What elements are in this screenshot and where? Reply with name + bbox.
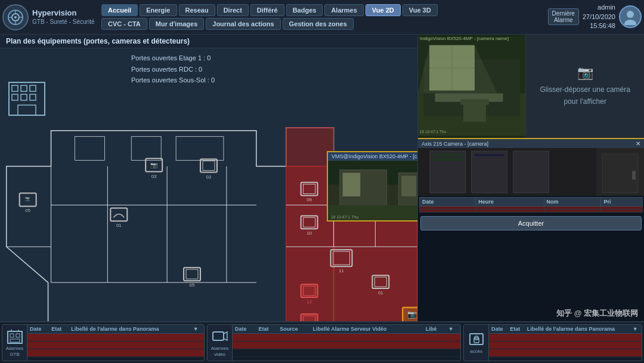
- gtb-row-2[interactable]: [27, 342, 204, 349]
- video-cell-1-source: [277, 334, 310, 342]
- video-cell-2-libe: [423, 342, 446, 349]
- alarm-row-2[interactable]: [420, 210, 643, 213]
- nav-btn-vue2d[interactable]: Vue 2D: [366, 4, 401, 16]
- nav-btn-energie[interactable]: Energie: [140, 4, 177, 16]
- video-row-1[interactable]: [233, 334, 460, 342]
- video-row-3[interactable]: [233, 349, 460, 357]
- nav-btn-direct[interactable]: Direct: [217, 4, 249, 16]
- nav-btn-journal[interactable]: Journal des actions: [206, 18, 280, 30]
- svg-rect-107: [433, 154, 463, 156]
- video-cell-1-date: [233, 334, 256, 342]
- device-01-camera-orange[interactable]: 📷 01: [402, 307, 417, 321]
- nav-btn-differe[interactable]: Différé: [250, 4, 284, 16]
- acces-row-1[interactable]: [489, 334, 642, 342]
- alarmes-acces-label: accès: [470, 349, 482, 355]
- building-icon: [6, 76, 48, 119]
- user-date: 27/10/2020: [583, 13, 615, 21]
- device-05-door[interactable]: 05: [184, 267, 200, 288]
- main-content: Plan des équipements (portes, cameras et…: [0, 35, 644, 321]
- camera-bottom-close[interactable]: ✕: [636, 140, 640, 147]
- nav-row-1: Accueil Energie Reseau Direct Différé Ba…: [101, 4, 543, 16]
- svg-rect-44: [203, 161, 215, 171]
- nav-btn-alarmes[interactable]: Alarmes: [324, 4, 363, 16]
- svg-text:12: 12: [306, 299, 312, 304]
- nav-btn-badges[interactable]: Badges: [286, 4, 323, 16]
- camera-top-title-text: IndigoVision BX520-4MP - [camera name]: [420, 36, 509, 41]
- acces-col-expand[interactable]: ▼: [630, 325, 642, 334]
- svg-rect-116: [10, 339, 20, 342]
- device-02-door[interactable]: 02: [200, 159, 217, 180]
- nav-btn-cvc[interactable]: CVC - CTA: [101, 18, 147, 30]
- video-cell-1-etat: [256, 334, 277, 342]
- device-05-camera[interactable]: 📷 05: [20, 193, 36, 213]
- user-area: Dernière Alarme admin 27/10/2020 15:56:4…: [548, 3, 642, 30]
- acces-row-3[interactable]: [489, 349, 642, 357]
- nav-btn-reseau[interactable]: Reseau: [179, 4, 215, 16]
- svg-rect-99: [460, 99, 488, 104]
- acces-cell-2-etat: [507, 342, 525, 349]
- alarmes-gtb-table-area: Date Etat Libellé de l'alarme dans Panor…: [27, 325, 204, 361]
- gtb-cell-2-etat: [49, 342, 69, 349]
- alarmes-acces-icon[interactable]: accès: [464, 325, 489, 361]
- alarmes-gtb-label: AlarmesGTB: [6, 346, 23, 357]
- video-col-expand[interactable]: ▼: [446, 325, 460, 334]
- svg-marker-17: [7, 128, 334, 321]
- camera-drag-drop-area[interactable]: 📷 Glisser-déposer une camérapour l'affic…: [525, 35, 644, 138]
- svg-text:01: 01: [378, 290, 383, 296]
- alarm-list-panel: Date Heure Nom Pri: [418, 196, 644, 214]
- acces-cell-1-date: [489, 334, 507, 342]
- video-cell-3-extra: [446, 349, 460, 357]
- acces-row-2[interactable]: [489, 342, 642, 349]
- video-row-2[interactable]: [233, 342, 460, 349]
- nav-btn-gestion[interactable]: Gestion des zones: [283, 18, 354, 30]
- svg-rect-33: [131, 137, 161, 161]
- acquitter-button[interactable]: Acquitter: [420, 216, 642, 230]
- video-cell-2-date: [233, 342, 256, 349]
- nav-btn-accueil[interactable]: Accueil: [101, 4, 138, 16]
- gtb-cell-3-libelle: [69, 349, 190, 357]
- video-cell-1-libelle: [310, 334, 423, 342]
- nav-btn-mur[interactable]: Mur d'images: [149, 18, 204, 30]
- gtb-row-3[interactable]: [27, 349, 204, 357]
- alarmes-acces-section: accès Date Etat Libellé de l'alarme dans…: [463, 324, 642, 361]
- video-cell-1-extra: [446, 334, 460, 342]
- alarmes-video-table-area: Date Etat Source Libellé Alarme Serveur …: [233, 325, 460, 361]
- video-cell-3-libe: [423, 349, 446, 357]
- video-col-libelle: Libellé Alarme Serveur Vidéo: [310, 325, 423, 334]
- video-cell-2-extra: [446, 342, 460, 349]
- gtb-col-expand[interactable]: ▼: [191, 325, 204, 334]
- derniere-alarme-btn[interactable]: Dernière Alarme: [548, 8, 579, 25]
- svg-text:02: 02: [151, 174, 157, 179]
- svg-rect-88: [401, 176, 416, 196]
- device-01-detector[interactable]: 01: [110, 208, 127, 228]
- acces-cell-2-extra: [630, 342, 642, 349]
- acces-cell-3-etat: [507, 349, 525, 357]
- svg-rect-105: [472, 151, 507, 193]
- video-col-libe: Libé: [423, 325, 446, 334]
- device-02-camera-top[interactable]: 📷 02: [145, 159, 162, 179]
- gtb-col-date: Date: [27, 325, 49, 334]
- vms-popup[interactable]: VMS@IndigoVision BX520-4MP - [camera] ✕: [327, 151, 417, 222]
- gtb-row-1[interactable]: [27, 334, 204, 342]
- camera-feed-left: IndigoVision BX520-4MP - [camera name]: [418, 35, 525, 138]
- svg-text:11: 11: [339, 268, 344, 273]
- map-title: Plan des équipements (portes, cameras et…: [0, 35, 417, 48]
- device-08-door-red[interactable]: 08: [301, 314, 318, 321]
- alarmes-video-icon[interactable]: Alarmesvidéo: [208, 325, 233, 361]
- svg-text:05: 05: [190, 282, 195, 288]
- alarmes-video-table: Date Etat Source Libellé Alarme Serveur …: [233, 325, 460, 357]
- svg-rect-109: [475, 154, 504, 156]
- top-navigation: Hypervision GTB - Sureté - Sécurité Accu…: [0, 0, 644, 35]
- alarm-cell-pri-2: [601, 210, 643, 213]
- svg-text:01: 01: [116, 223, 122, 228]
- svg-rect-16: [18, 105, 36, 115]
- alarmes-gtb-section: AlarmesGTB Date Etat Libellé de l'alarme…: [2, 324, 205, 361]
- svg-rect-34: [176, 137, 224, 161]
- user-avatar[interactable]: [619, 5, 642, 28]
- nav-btn-vue3d[interactable]: Vue 3D: [402, 4, 438, 16]
- svg-rect-11: [21, 85, 27, 91]
- derniere-alarme-label: Dernière: [552, 10, 575, 17]
- alarmes-gtb-icon[interactable]: AlarmesGTB: [2, 325, 27, 361]
- alarm-table: Date Heure Nom Pri: [419, 197, 643, 213]
- video-col-date: Date: [233, 325, 256, 334]
